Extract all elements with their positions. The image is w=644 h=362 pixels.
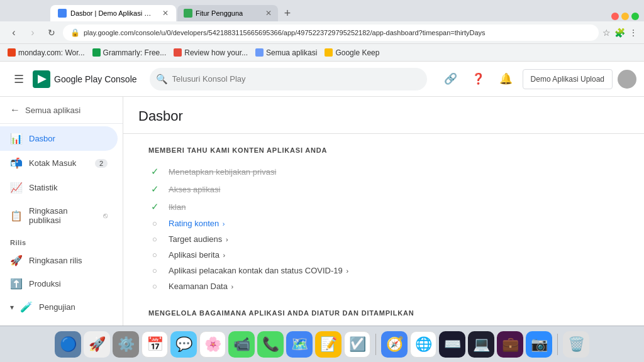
dock-terminal[interactable]: ⌨️	[439, 331, 465, 358]
chevron-icon-5: ›	[231, 283, 234, 290]
dock-finder[interactable]: 🔵	[55, 331, 81, 358]
help-icon[interactable]: ❓	[467, 68, 490, 90]
rating-konten-link[interactable]: Rating konten ›	[169, 219, 225, 228]
nav-item-kotak-masuk[interactable]: 📬 Kotak Masuk 2	[0, 151, 118, 175]
ringkasan-rilis-icon: 🚀	[10, 255, 23, 266]
browser-content: ☰ Google Play Console 🔍 🔗 ❓ 🔔	[0, 62, 644, 326]
tab-close-icon-2[interactable]: ✕	[262, 9, 272, 18]
berita-text: Aplikasi berita ›	[169, 250, 225, 260]
dock-facetime[interactable]: 📹	[228, 331, 255, 358]
bookmark-grammarly[interactable]: Grammarly: Free...	[92, 48, 167, 57]
tab-close-icon[interactable]: ✕	[158, 9, 169, 18]
main-header: Dasbor	[123, 97, 644, 134]
dock-photos[interactable]: 🌸	[199, 331, 226, 358]
bookmark-button[interactable]: ☆	[602, 28, 611, 38]
dock-vscode[interactable]: 💻	[468, 331, 494, 358]
dock-notes[interactable]: 📝	[315, 331, 341, 358]
chevron-icon: ›	[223, 220, 225, 228]
notifications-icon[interactable]: 🔔	[495, 68, 518, 90]
tab-inactive[interactable]: Fitur Pengguna ✕	[177, 5, 278, 21]
nav-item-produksi[interactable]: ⬆️ Produksi	[0, 272, 118, 295]
produksi-icon: ⬆️	[10, 278, 23, 290]
dock-safari[interactable]: 🧭	[381, 331, 408, 358]
app-root: Dasbor | Demo Aplikasi Upload ✕ Fitur Pe…	[0, 0, 644, 362]
nav-item-statistik[interactable]: 📈 Statistik	[0, 175, 118, 200]
forward-button[interactable]: ›	[25, 25, 40, 40]
back-button[interactable]: ‹	[6, 25, 21, 40]
item-kebijakan: ✓ Menetapkan kebijakan privasi	[148, 163, 619, 180]
nav-item-ringkasan-publikasi[interactable]: 📋 Ringkasan publikasi ⎋	[0, 200, 118, 231]
kotak-masuk-badge: 2	[95, 159, 108, 168]
app-layout: ← Semua aplikasi 📊 Dasbor 📬 Kotak Masuk …	[0, 97, 644, 326]
circle-icon-rating: ○	[148, 219, 161, 228]
nav-item-pengujian[interactable]: ▾ 🧪 Pengujian	[0, 295, 123, 319]
browser-chrome: Dasbor | Demo Aplikasi Upload ✕ Fitur Pe…	[0, 0, 644, 62]
dock-messages[interactable]: 💬	[170, 331, 197, 358]
nav-item-dasbor[interactable]: 📊 Dasbor	[0, 126, 118, 151]
dock-phone[interactable]: 📞	[257, 331, 284, 358]
main-content: Dasbor MEMBERI TAHU KAMI KONTEN APLIKASI…	[123, 97, 644, 326]
kotak-masuk-icon: 📬	[10, 157, 23, 169]
link-icon[interactable]: 🔗	[440, 68, 462, 90]
dock-zoom[interactable]: 📷	[526, 331, 552, 358]
covid-text: Aplikasi pelacakan kontak dan status COV…	[169, 266, 348, 275]
item-covid[interactable]: ○ Aplikasi pelacakan kontak dan status C…	[148, 263, 619, 278]
circle-icon-target: ○	[148, 234, 161, 244]
expand-arrow: ▾	[10, 303, 14, 312]
chevron-icon-4: ›	[346, 267, 348, 275]
dock-slack[interactable]: 💼	[497, 331, 523, 358]
dasbor-icon: 📊	[10, 133, 23, 145]
content-body: MEMBERI TAHU KAMI KONTEN APLIKASI ANDA ✓…	[123, 134, 644, 326]
search-wrapper: 🔍	[150, 68, 427, 90]
item-target-audiens[interactable]: ○ Target audiens ›	[148, 231, 619, 247]
chevron-icon-2: ›	[226, 236, 228, 243]
nav-item-ringkasan-rilis[interactable]: 🚀 Ringkasan rilis	[0, 249, 118, 272]
item-rating-konten[interactable]: ○ Rating konten ›	[148, 216, 619, 231]
back-arrow-icon: ←	[10, 104, 20, 116]
bookmark-review[interactable]: Review how your...	[174, 48, 248, 57]
address-bar[interactable]: play.google.com/console/u/0/developers/5…	[84, 29, 591, 36]
dock-settings[interactable]: ⚙️	[113, 331, 139, 358]
tab-active[interactable]: Dasbor | Demo Aplikasi Upload ✕	[50, 5, 176, 21]
extensions-button[interactable]: 🧩	[614, 28, 625, 38]
reload-button[interactable]: ↻	[44, 25, 59, 40]
section1-heading: MEMBERI TAHU KAMI KONTEN APLIKASI ANDA	[148, 146, 619, 154]
item-aplikasi-berita[interactable]: ○ Aplikasi berita ›	[148, 247, 619, 263]
check-done-icon-3: ✓	[148, 201, 161, 212]
rilis-section-label: Rilis	[0, 231, 123, 249]
dock-reminders[interactable]: ☑️	[344, 331, 370, 358]
account-button[interactable]: Demo Aplikasi Upload	[523, 69, 613, 89]
close-dot[interactable]	[611, 13, 619, 20]
check-done-icon-2: ✓	[148, 184, 161, 195]
dock-maps[interactable]: 🗺️	[286, 331, 313, 358]
bookmark-semua[interactable]: Semua aplikasi	[255, 48, 317, 57]
bookmark-keep[interactable]: Google Keep	[325, 48, 379, 57]
avatar[interactable]	[618, 70, 636, 89]
item-text-3: Iklan	[169, 202, 186, 212]
dock-trash[interactable]: 🗑️	[563, 331, 589, 358]
keamanan-text: Keamanan Data ›	[169, 282, 233, 291]
search-input[interactable]	[150, 68, 427, 90]
check-done-icon: ✓	[148, 166, 161, 177]
sidebar-back-button[interactable]: ← Semua aplikasi	[0, 97, 123, 124]
dock-calendar[interactable]: 📅	[142, 331, 168, 358]
bookmark-monday[interactable]: monday.com: Wor...	[8, 48, 85, 57]
target-text: Target audiens ›	[169, 234, 228, 244]
nav-sub-pengujian-terbuka[interactable]: Pengujian terbuka	[0, 319, 123, 326]
menu-button[interactable]: ⋮	[629, 28, 638, 38]
new-tab-button[interactable]: +	[279, 5, 296, 21]
item-keamanan-data[interactable]: ○ Keamanan Data ›	[148, 278, 619, 294]
maximize-dot[interactable]	[631, 13, 639, 20]
minimize-dot[interactable]	[621, 13, 629, 20]
dock-launchpad[interactable]: 🚀	[84, 331, 110, 358]
dock-chrome[interactable]: 🌐	[410, 331, 436, 358]
dock-divider	[375, 334, 376, 355]
chevron-icon-3: ›	[223, 251, 226, 259]
page-title: Dasbor	[138, 108, 629, 124]
item-akses: ✓ Akses aplikasi	[148, 180, 619, 198]
item-text: Menetapkan kebijakan privasi	[169, 167, 276, 177]
sidebar-menu-button[interactable]: ☰	[8, 68, 30, 90]
section2-heading: MENGELOLA BAGAIMANA APLIKASI ANDA DIATUR…	[148, 309, 619, 317]
search-icon: 🔍	[156, 74, 168, 85]
circle-icon-berita: ○	[148, 250, 161, 260]
